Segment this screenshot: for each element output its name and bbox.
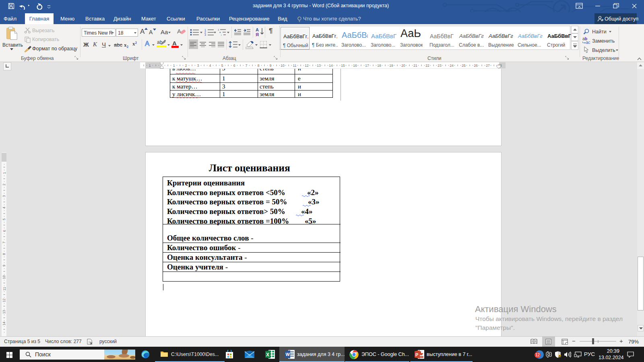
svg-text:6: 6 [233, 64, 235, 68]
svg-text:14: 14 [329, 64, 333, 68]
svg-text:11: 11 [293, 64, 297, 68]
svg-text:8: 8 [258, 64, 260, 68]
svg-text:24: 24 [450, 64, 454, 68]
svg-text:19: 19 [389, 64, 393, 68]
svg-text:20: 20 [401, 64, 405, 68]
svg-text:13: 13 [317, 64, 321, 68]
svg-text:11: 11 [2, 287, 6, 290]
svg-text:12: 12 [2, 298, 6, 302]
svg-text:22: 22 [425, 64, 429, 68]
svg-text:3: 3 [197, 64, 199, 68]
svg-text:1: 1 [149, 64, 151, 68]
svg-text:15: 15 [341, 64, 345, 68]
svg-text:13: 13 [2, 310, 6, 314]
svg-text:3: 3 [2, 195, 6, 197]
svg-text:8: 8 [2, 253, 6, 255]
svg-text:7: 7 [2, 241, 6, 243]
svg-text:A: A [177, 28, 181, 35]
svg-text:9: 9 [270, 64, 272, 68]
svg-text:26: 26 [474, 64, 478, 68]
svg-text:P: P [415, 352, 418, 357]
svg-text:16: 16 [353, 64, 357, 68]
svg-text:21: 21 [413, 64, 417, 68]
svg-text:27: 27 [486, 64, 490, 68]
svg-text:25: 25 [462, 64, 466, 68]
svg-text:18: 18 [377, 64, 381, 68]
svg-text:2: 2 [185, 64, 187, 68]
svg-text:6: 6 [2, 230, 6, 232]
svg-text:4: 4 [209, 64, 211, 68]
svg-text:4: 4 [2, 207, 6, 209]
svg-text:i: i [221, 34, 221, 36]
svg-text:23: 23 [438, 64, 442, 68]
svg-text:X: X [266, 352, 269, 358]
svg-text:10: 10 [2, 275, 6, 279]
svg-text:2: 2 [2, 183, 6, 185]
svg-text:5: 5 [2, 218, 6, 220]
svg-text:a: a [219, 31, 221, 33]
svg-text:7: 7 [246, 64, 248, 68]
svg-text:10: 10 [281, 64, 285, 68]
svg-text:9: 9 [2, 265, 6, 267]
svg-text:14: 14 [2, 321, 6, 325]
svg-text:5: 5 [221, 64, 223, 68]
svg-text:17: 17 [365, 64, 369, 68]
svg-text:W: W [286, 352, 290, 357]
svg-text:1: 1 [2, 172, 6, 174]
svg-text:3: 3 [204, 33, 206, 36]
svg-text:12: 12 [305, 64, 309, 68]
svg-text:1: 1 [173, 64, 175, 68]
